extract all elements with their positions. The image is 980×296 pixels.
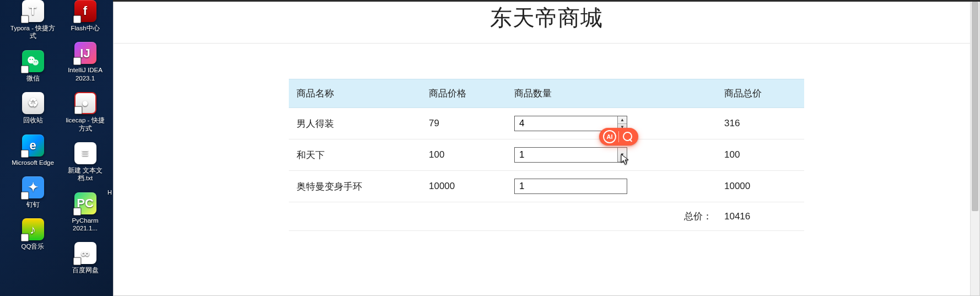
desktop-icon-label: 微信 — [26, 74, 40, 82]
desktop-icon-baidupan[interactable]: ∞ 百度网盘 — [63, 242, 108, 274]
desktop-icon-recycle-bin[interactable]: ♻ 回收站 — [10, 92, 56, 124]
svg-point-4 — [34, 61, 35, 62]
cell-qty — [507, 171, 724, 202]
baidupan-icon: ∞ — [74, 242, 96, 264]
desktop-icon-label: 钉钉 — [26, 201, 40, 208]
svg-point-1 — [32, 60, 38, 66]
scrollbar-thumb[interactable] — [972, 2, 978, 211]
desktop-icon-typora[interactable]: T Typora - 快捷方式 — [10, 0, 56, 40]
desktop-icon-label: licecap - 快捷方式 — [63, 116, 108, 132]
desktop-icon-label: IntelliJ IDEA 2023.1 — [63, 66, 108, 82]
edge-icon: e — [22, 134, 44, 157]
desktop-column-1: T Typora - 快捷方式 微信 ♻ 回收站 e Microsoft Edg… — [7, 0, 59, 296]
ai-badge-icon: AI — [603, 130, 616, 143]
pill-divider — [618, 131, 619, 142]
col-header-price: 商品价格 — [421, 79, 507, 108]
total-label: 总价： — [507, 202, 724, 231]
svg-point-2 — [29, 58, 30, 60]
desktop-icon-label: PyCharm 2021.1... — [63, 217, 108, 233]
licecap-icon: ● — [74, 92, 96, 114]
cell-name: 和天下 — [289, 139, 421, 171]
desktop-column-2: f Flash中心 IJ IntelliJ IDEA 2023.1 ● lice… — [59, 0, 111, 296]
cart-panel: 商品名称 商品价格 商品数量 商品总价 男人得装 79 — [289, 79, 804, 231]
quantity-input[interactable] — [514, 179, 627, 194]
cell-price: 79 — [421, 108, 507, 139]
desktop-icon-label: 百度网盘 — [72, 266, 99, 274]
page-title: 东天帝商城 — [114, 2, 979, 44]
desktop-icon-wechat[interactable]: 微信 — [10, 50, 56, 82]
search-icon — [621, 130, 634, 143]
desktop-area: T Typora - 快捷方式 微信 ♻ 回收站 e Microsoft Edg… — [0, 0, 113, 296]
total-row: 总价： 10416 — [289, 202, 804, 231]
cell-total: 316 — [724, 108, 804, 139]
desktop-icon-licecap[interactable]: ● licecap - 快捷方式 — [63, 92, 108, 132]
spinner-up-icon[interactable]: ▲ — [618, 116, 627, 124]
intellij-icon: IJ — [74, 42, 96, 64]
vertical-scrollbar[interactable] — [970, 2, 979, 295]
desktop-icon-label: Microsoft Edge — [12, 159, 54, 166]
desktop-icon-intellij[interactable]: IJ IntelliJ IDEA 2023.1 — [63, 42, 108, 82]
desktop-icon-label: QQ音乐 — [21, 243, 45, 250]
cell-total: 10000 — [724, 171, 804, 202]
browser-window: 东天帝商城 商品名称 商品价格 商品数量 商品总价 男人得装 79 — [113, 0, 980, 296]
total-spacer — [289, 202, 507, 231]
dingtalk-icon: ✦ — [22, 176, 44, 198]
ai-search-pill[interactable]: AI — [599, 128, 638, 146]
cell-price: 10000 — [421, 171, 507, 202]
cell-price: 100 — [421, 139, 507, 171]
quantity-wrapper: ▼ — [514, 147, 627, 163]
flash-icon: f — [74, 0, 96, 22]
desktop-icon-label: Flash中心 — [71, 24, 99, 32]
desktop-icon-label: Typora - 快捷方式 — [10, 24, 56, 40]
spinner-dropdown-icon[interactable]: ▼ — [618, 148, 627, 162]
table-row: 和天下 100 ▼ 100 — [289, 139, 804, 171]
quantity-input[interactable] — [514, 147, 627, 163]
cell-name: 奥特曼变身手环 — [289, 171, 421, 202]
pycharm-icon: PC — [74, 192, 96, 214]
cell-total: 100 — [724, 139, 804, 171]
desktop-icon-pycharm[interactable]: PC PyCharm 2021.1... — [63, 192, 108, 233]
desktop-icon-label: 新建 文本文档.txt — [63, 166, 108, 182]
table-row: 男人得装 79 ▲ ▼ 316 — [289, 108, 804, 139]
text-file-icon: ≡ — [74, 142, 96, 164]
desktop-icon-edge[interactable]: e Microsoft Edge — [10, 134, 56, 166]
wechat-icon — [22, 50, 44, 72]
table-row: 奥特曼变身手环 10000 10000 — [289, 171, 804, 202]
quantity-wrapper — [514, 179, 627, 194]
spinner-buttons: ▼ — [617, 148, 627, 162]
table-header-row: 商品名称 商品价格 商品数量 商品总价 — [289, 79, 804, 108]
recycle-bin-icon: ♻ — [22, 92, 44, 114]
typora-icon: T — [22, 0, 44, 22]
desktop-icon-dingtalk[interactable]: ✦ 钉钉 — [10, 176, 56, 208]
svg-point-3 — [31, 58, 33, 60]
col-header-total: 商品总价 — [724, 79, 804, 108]
cell-name: 男人得装 — [289, 108, 421, 139]
page-content: 东天帝商城 商品名称 商品价格 商品数量 商品总价 男人得装 79 — [113, 2, 980, 296]
col-header-name: 商品名称 — [289, 79, 421, 108]
qqmusic-icon: ♪ — [22, 218, 44, 240]
desktop-icon-label: 回收站 — [23, 116, 43, 124]
cart-table: 商品名称 商品价格 商品数量 商品总价 男人得装 79 — [289, 79, 804, 231]
stray-text: H — [107, 189, 112, 196]
desktop-icon-qqmusic[interactable]: ♪ QQ音乐 — [10, 218, 56, 250]
desktop-icon-text-file[interactable]: ≡ 新建 文本文档.txt — [63, 142, 108, 182]
total-value: 10416 — [724, 202, 804, 231]
col-header-qty: 商品数量 — [507, 79, 724, 108]
desktop-icon-flash[interactable]: f Flash中心 — [63, 0, 108, 32]
svg-point-5 — [36, 61, 37, 62]
